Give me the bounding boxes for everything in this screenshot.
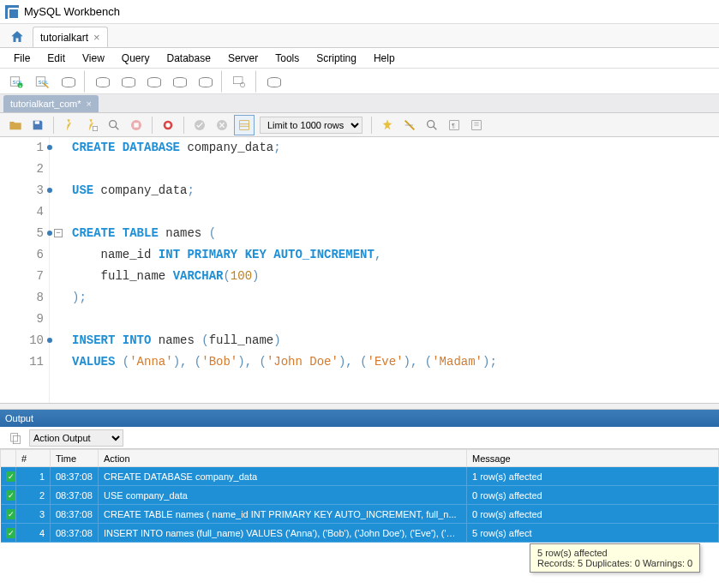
message-cell: 5 row(s) affect (467, 524, 719, 543)
status-cell: ✓ (1, 467, 16, 486)
toggle-autocommit-button[interactable] (158, 115, 178, 135)
table-row[interactable]: ✓308:37:08CREATE TABLE names ( name_id I… (1, 505, 719, 524)
toggle-limit-button[interactable] (234, 115, 255, 135)
inspector-button[interactable] (57, 70, 79, 93)
sql-editor-tabs: tutorialkart_com* × (0, 94, 719, 113)
time-cell: 08:37:08 (51, 505, 99, 524)
toggle-invisible-button[interactable] (399, 115, 420, 135)
grid-header: # Time Action Message (1, 450, 719, 467)
table-row[interactable]: ✓408:37:08INSERT INTO names (full_name) … (1, 524, 719, 543)
horizontal-splitter[interactable] (0, 403, 719, 410)
index-cell: 3 (16, 505, 51, 524)
code-area[interactable]: CREATE DATABASE company_data;USE company… (50, 137, 719, 403)
separator (255, 70, 257, 93)
open-sql-button[interactable]: SQL (31, 70, 53, 93)
menu-scripting[interactable]: Scripting (309, 51, 363, 66)
message-tooltip: 5 row(s) affected Records: 5 Duplicates:… (530, 543, 700, 573)
view-button[interactable] (142, 70, 165, 93)
reconnect-button[interactable] (262, 70, 285, 93)
new-sql-tab-button[interactable]: SQL+ (5, 70, 27, 93)
output-toolbar: Action Output (0, 427, 719, 449)
tooltip-line2: Records: 5 Duplicates: 0 Warnings: 0 (537, 558, 692, 568)
table-button[interactable] (117, 70, 139, 93)
execute-current-button[interactable] (81, 115, 102, 135)
sql-tab[interactable]: tutorialkart_com* × (3, 95, 99, 112)
home-tab[interactable] (5, 27, 29, 47)
separator (183, 117, 184, 134)
output-grid: # Time Action Message ✓108:37:08CREATE D… (0, 449, 719, 543)
table-row[interactable]: ✓108:37:08CREATE DATABASE company_data1 … (1, 467, 719, 486)
separator (84, 70, 86, 93)
col-index[interactable]: # (16, 450, 51, 467)
menu-tools[interactable]: Tools (268, 51, 306, 66)
search-table-button[interactable] (228, 70, 250, 93)
line-gutter: 12345−67891011 (0, 137, 50, 403)
query-toolbar: Limit to 1000 rows ¶ (0, 113, 719, 137)
sql-editor[interactable]: 12345−67891011 CREATE DATABASE company_d… (0, 137, 719, 403)
menu-database[interactable]: Database (160, 51, 218, 66)
save-button[interactable] (27, 115, 48, 135)
find-button[interactable] (422, 115, 442, 135)
svg-text:¶: ¶ (452, 122, 455, 128)
close-icon[interactable]: × (93, 31, 100, 44)
procedure-button[interactable] (168, 70, 190, 93)
toggle-wrap-button[interactable]: ¶ (444, 115, 464, 135)
time-cell: 08:37:08 (51, 467, 99, 486)
status-cell: ✓ (1, 505, 16, 524)
home-icon (9, 29, 25, 45)
stop-button[interactable] (126, 115, 147, 135)
menu-file[interactable]: File (7, 51, 37, 66)
limit-rows-select[interactable]: Limit to 1000 rows (260, 117, 362, 134)
menu-help[interactable]: Help (367, 51, 402, 66)
window-title: MySQL Workbench (24, 5, 120, 18)
message-cell: 0 row(s) affected (467, 505, 719, 524)
menu-view[interactable]: View (75, 51, 111, 66)
separator (221, 70, 223, 93)
action-cell: CREATE DATABASE company_data (99, 467, 467, 486)
close-icon[interactable]: × (87, 99, 92, 109)
status-cell: ✓ (1, 486, 16, 505)
action-cell: CREATE TABLE names ( name_id INT PRIMARY… (99, 505, 467, 524)
output-copy-button[interactable] (5, 428, 26, 448)
action-cell: USE company_data (99, 486, 467, 505)
tooltip-line1: 5 row(s) affected (537, 548, 692, 558)
function-button[interactable] (194, 70, 216, 93)
menu-edit[interactable]: Edit (40, 51, 72, 66)
col-action[interactable]: Action (99, 450, 467, 467)
connection-tabs: tutorialkart × (0, 24, 719, 48)
svg-text:+: + (19, 82, 22, 87)
window-titlebar: MySQL Workbench (0, 0, 719, 24)
table-row[interactable]: ✓208:37:08USE company_data0 row(s) affec… (1, 486, 719, 505)
rollback-button[interactable] (212, 115, 232, 135)
output-type-select[interactable]: Action Output (29, 429, 123, 447)
svg-rect-17 (240, 120, 249, 129)
explain-button[interactable] (104, 115, 124, 135)
col-time[interactable]: Time (51, 450, 99, 467)
output-panel-header: Output (0, 410, 719, 427)
commit-button[interactable] (189, 115, 210, 135)
time-cell: 08:37:08 (51, 486, 99, 505)
separator (53, 117, 54, 134)
beautify-button[interactable] (377, 115, 398, 135)
execute-button[interactable] (59, 115, 80, 135)
svg-rect-8 (35, 121, 39, 123)
col-status[interactable] (1, 450, 16, 467)
separator (371, 117, 372, 134)
svg-point-14 (165, 123, 170, 127)
snippets-button[interactable] (466, 115, 487, 135)
message-cell: 0 row(s) affected (467, 486, 719, 505)
connection-tab[interactable]: tutorialkart × (33, 27, 108, 47)
connection-tab-label: tutorialkart (40, 32, 88, 44)
time-cell: 08:37:08 (51, 524, 99, 543)
open-file-button[interactable] (5, 115, 26, 135)
menu-server[interactable]: Server (221, 51, 265, 66)
svg-rect-9 (93, 126, 97, 130)
message-cell: 1 row(s) affected (467, 467, 719, 486)
separator (152, 117, 153, 134)
output-title: Output (5, 413, 33, 423)
app-logo-icon (5, 5, 19, 19)
status-cell: ✓ (1, 524, 16, 543)
schema-button[interactable] (91, 70, 113, 93)
menu-query[interactable]: Query (115, 51, 157, 66)
col-message[interactable]: Message (467, 450, 719, 467)
